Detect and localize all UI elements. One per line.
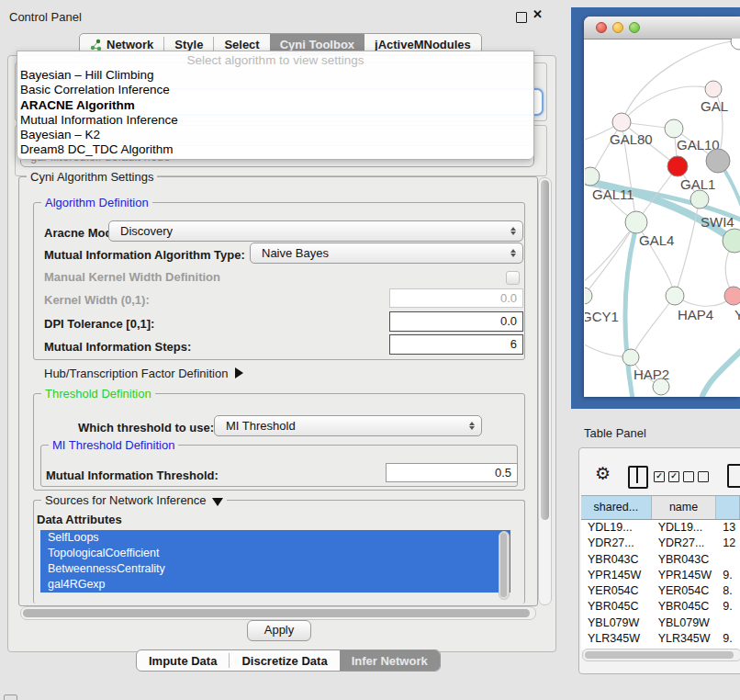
settings-group-title: Cyni Algorithm Settings [27, 170, 157, 184]
table-panel-title: Table Panel [584, 426, 646, 440]
hub-definition-toggle[interactable]: Hub/Transcription Factor Definition [44, 367, 243, 380]
attribute-item[interactable]: gal4RGexp [40, 577, 510, 593]
mi-threshold-field[interactable]: 0.5 [386, 463, 518, 482]
sources-group-title: Sources for Network Inference [41, 493, 227, 507]
table-cell: YLR345W [652, 631, 717, 647]
threshold-definition-title: Threshold Definition [41, 387, 155, 401]
kernel-width-label: Kernel Width (0,1): [44, 293, 150, 307]
network-node-gal80[interactable] [612, 113, 631, 131]
table-header-row: shared...name [581, 495, 740, 520]
deselect-all-columns-icon[interactable] [683, 471, 709, 482]
network-window-titlebar[interactable] [584, 17, 740, 40]
table-cell: YBR043C [652, 552, 717, 568]
table-horizontal-scrollbar[interactable] [582, 649, 740, 661]
network-graph-canvas[interactable]: GALGAL80GAL10GAL1GAL11GAL4SWI4GCY1HAP4YH… [585, 39, 740, 397]
mi-steps-label: Mutual Information Steps: [44, 340, 191, 354]
mi-type-label: Mutual Information Algorithm Type: [44, 248, 245, 262]
attribute-item[interactable]: SelfLoops [40, 530, 510, 546]
table-cell: 12 [716, 536, 740, 551]
minimize-window-icon[interactable] [612, 22, 623, 33]
table-row[interactable]: YDL19...YDL19...13 [581, 520, 740, 536]
network-node-gal11[interactable] [585, 167, 600, 186]
network-edge[interactable] [622, 86, 713, 122]
table-row[interactable]: YBR045CYBR045C9. [581, 599, 740, 615]
settings-vertical-scrollbar[interactable] [538, 177, 552, 605]
kernel-width-field[interactable]: 0.0 [389, 288, 523, 308]
float-panel-icon[interactable] [516, 12, 527, 23]
collapsed-arrow-icon [235, 367, 243, 378]
attribute-item[interactable]: BetweennessCentrality [40, 561, 510, 577]
tab-discretize-data[interactable]: Discretize Data [230, 650, 339, 671]
table-row[interactable]: YER054CYER054C8. [581, 583, 740, 599]
close-window-icon[interactable] [596, 22, 607, 33]
attribute-item[interactable]: TopologicalCoefficient [40, 546, 510, 561]
network-node-gcy1[interactable] [585, 288, 592, 304]
attributes-scrollbar[interactable] [499, 531, 510, 600]
which-threshold-combobox[interactable]: MI Threshold [214, 415, 482, 436]
tab-impute-data[interactable]: Impute Data [137, 650, 229, 671]
mi-steps-field[interactable]: 6 [389, 334, 523, 355]
horizontal-scrollbar-thumb[interactable] [23, 609, 530, 617]
dropdown-item[interactable]: Mutual Information Inference [17, 113, 533, 128]
dropdown-item[interactable]: Basic Correlation Inference [17, 83, 533, 97]
network-tab-icon [90, 39, 102, 51]
minimized-panel-icon[interactable] [4, 694, 17, 700]
table-cell: YPR145W [581, 568, 652, 583]
table-row[interactable]: YLR345WYLR345W9. [581, 631, 740, 647]
network-node-gal[interactable] [705, 81, 722, 97]
which-threshold-label: Which threshold to use: [78, 421, 214, 435]
table-cell: YLR345W [581, 631, 652, 647]
network-node-y[interactable] [724, 287, 740, 305]
dropdown-item[interactable]: Bayesian – Hill Climbing [17, 68, 533, 83]
data-attributes-list[interactable]: SelfLoopsTopologicalCoefficientBetweenne… [40, 530, 510, 600]
dpi-tolerance-field[interactable]: 0.0 [389, 311, 523, 332]
manual-kernel-checkbox[interactable] [506, 271, 520, 285]
dpi-tolerance-label: DPI Tolerance [0,1]: [44, 317, 154, 331]
network-node[interactable] [706, 149, 730, 173]
apply-button[interactable]: Apply [247, 620, 311, 641]
settings-scrollbar-thumb[interactable] [541, 180, 549, 520]
table-row[interactable]: YPR145WYPR145W9. [581, 568, 740, 583]
select-all-columns-icon[interactable]: ✓✓ [654, 471, 679, 482]
tab-label: Style [174, 38, 203, 51]
settings-horizontal-scrollbar[interactable] [20, 606, 536, 620]
table-cell: YBR045C [581, 599, 652, 615]
aracne-mode-combobox[interactable]: Discovery [108, 220, 523, 242]
network-edge[interactable] [701, 349, 740, 397]
network-node-hap2[interactable] [622, 349, 639, 366]
network-node[interactable] [653, 378, 669, 395]
node-label: HAP4 [678, 307, 713, 322]
node-label: GCY1 [585, 309, 619, 324]
mi-type-combobox[interactable]: Naive Bayes [250, 243, 523, 264]
column-header-name[interactable]: name [652, 496, 717, 519]
mi-threshold-label: Mutual Information Threshold: [46, 469, 219, 482]
network-node-hap4[interactable] [666, 287, 684, 305]
table-row[interactable]: YDR27...YDR27...12 [581, 536, 740, 551]
table-row[interactable]: YBR043CYBR043C [581, 552, 740, 568]
table-cell: YBR045C [652, 599, 717, 615]
network-node-gal10[interactable] [665, 119, 683, 138]
tab-infer-network[interactable]: Infer Network [340, 650, 440, 671]
network-edge[interactable] [631, 296, 675, 357]
split-columns-icon[interactable] [628, 466, 648, 489]
export-table-icon[interactable] [727, 464, 740, 488]
dropdown-item[interactable]: Bayesian – K2 [17, 128, 533, 142]
network-node[interactable] [690, 190, 709, 209]
dropdown-item[interactable]: ARACNE Algorithm [17, 98, 533, 113]
table-scrollbar-thumb[interactable] [585, 651, 734, 659]
column-header[interactable] [716, 496, 740, 519]
table-cell: 8. [716, 583, 740, 599]
column-header-shared[interactable]: shared... [581, 496, 652, 519]
attributes-scrollbar-thumb[interactable] [500, 533, 507, 597]
network-node[interactable] [731, 39, 740, 50]
close-panel-icon[interactable]: ✕ [533, 7, 543, 21]
dropdown-item[interactable]: Dream8 DC_TDC Algorithm [17, 142, 533, 157]
table-row[interactable]: YBL079WYBL079W [581, 615, 740, 631]
table-cell: YPR145W [652, 568, 717, 583]
table-cell: YDL19... [581, 520, 652, 536]
network-node-gal4[interactable] [625, 211, 647, 233]
network-node-gal1[interactable] [667, 156, 688, 176]
aracne-mode-value: Discovery [120, 224, 173, 238]
zoom-window-icon[interactable] [629, 22, 640, 33]
gear-icon[interactable]: ⚙ [595, 463, 611, 484]
